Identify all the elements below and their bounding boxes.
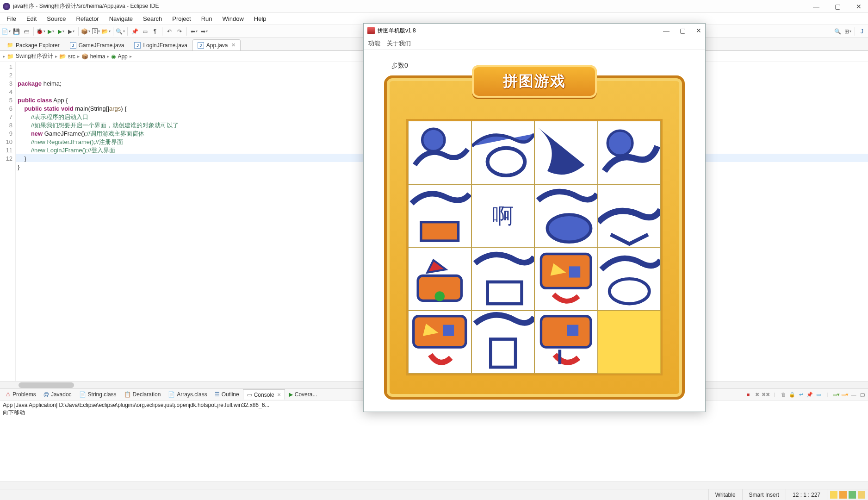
- menu-run[interactable]: Run: [197, 14, 217, 24]
- menu-refactor[interactable]: Refactor: [72, 14, 104, 24]
- clear-console-icon[interactable]: 🗑: [780, 391, 787, 398]
- forward-button[interactable]: ➡: [200, 27, 208, 36]
- menu-navigate[interactable]: Navigate: [105, 14, 137, 24]
- scroll-lock-icon[interactable]: 🔒: [788, 391, 796, 398]
- debug-button[interactable]: 🐞: [37, 27, 45, 36]
- terminate-icon[interactable]: ■: [744, 391, 752, 398]
- menu-search[interactable]: Search: [138, 14, 167, 24]
- search-button[interactable]: 🔍: [116, 27, 124, 36]
- svg-point-5: [547, 214, 591, 242]
- close-button[interactable]: ✕: [852, 3, 865, 10]
- tab-package-explorer[interactable]: 📁 Package Explorer: [2, 39, 65, 50]
- open-perspective-button[interactable]: ⊞: [843, 27, 852, 36]
- game-close-button[interactable]: ✕: [696, 27, 701, 34]
- next-annotation-button[interactable]: ↷: [175, 27, 184, 36]
- tab-javadoc[interactable]: @Javadoc: [40, 389, 75, 400]
- coverage-icon: ▶: [289, 391, 293, 398]
- coverage-button[interactable]: ▶: [57, 27, 65, 36]
- display-console-icon[interactable]: ▭: [815, 391, 822, 398]
- puzzle-tile[interactable]: [471, 247, 535, 311]
- tab-app[interactable]: J App.java ✕: [192, 39, 241, 50]
- tab-outline[interactable]: ☰Outline: [211, 389, 243, 400]
- toggle-block-button[interactable]: ▭: [141, 27, 149, 36]
- breadcrumb-class[interactable]: App: [118, 53, 127, 60]
- svg-rect-3: [421, 222, 459, 240]
- maximize-button[interactable]: ▢: [831, 3, 844, 10]
- search-icon[interactable]: 🔍: [833, 27, 842, 36]
- word-wrap-icon[interactable]: ↩: [797, 391, 805, 398]
- tab-console[interactable]: ▭Console✕: [243, 389, 285, 400]
- tab-arrays-class[interactable]: 📄Arrays.class: [164, 389, 211, 400]
- console-output[interactable]: App [Java Application] D:\Java\Eclipse\e…: [0, 400, 868, 481]
- run-button[interactable]: ▶: [47, 27, 55, 36]
- breadcrumb-project[interactable]: Swing程序设计: [16, 52, 53, 60]
- puzzle-tile[interactable]: [598, 184, 661, 248]
- new-class-button[interactable]: 🄲: [92, 27, 100, 36]
- toggle-mark-button[interactable]: 📌: [130, 27, 139, 36]
- puzzle-tile[interactable]: [534, 247, 598, 311]
- puzzle-empty-slot[interactable]: [598, 311, 661, 374]
- game-menu-function[interactable]: 功能: [368, 39, 380, 48]
- puzzle-tile[interactable]: [534, 184, 598, 248]
- breadcrumb-src[interactable]: src: [68, 53, 75, 60]
- src-folder-icon: 📂: [59, 53, 66, 60]
- puzzle-tile[interactable]: [471, 311, 535, 374]
- tab-string-class[interactable]: 📄String.class: [75, 389, 120, 400]
- scrollbar-thumb[interactable]: [19, 382, 74, 388]
- new-button[interactable]: 📄: [2, 27, 10, 36]
- menu-window[interactable]: Window: [218, 14, 248, 24]
- save-all-button[interactable]: 🗃: [22, 27, 31, 36]
- menu-help[interactable]: Help: [249, 14, 271, 24]
- prev-annotation-button[interactable]: ↶: [165, 27, 174, 36]
- puzzle-tile[interactable]: [408, 184, 471, 248]
- close-tab-icon[interactable]: ✕: [277, 392, 281, 397]
- puzzle-tile[interactable]: 啊: [471, 184, 535, 248]
- maximize-view-icon[interactable]: ▢: [859, 391, 866, 398]
- tab-declaration[interactable]: 📋Declaration: [120, 389, 165, 400]
- line-number: 2: [0, 71, 12, 80]
- menu-project[interactable]: Project: [167, 14, 195, 24]
- puzzle-tile[interactable]: [534, 311, 598, 374]
- remove-all-icon[interactable]: ✖✖: [762, 391, 769, 398]
- back-button[interactable]: ⬅: [190, 27, 198, 36]
- status-icon[interactable]: [830, 491, 837, 499]
- minimize-view-icon[interactable]: —: [850, 391, 857, 398]
- close-tab-icon[interactable]: ✕: [231, 42, 236, 48]
- java-perspective-icon[interactable]: J: [858, 27, 866, 36]
- puzzle-tile[interactable]: [408, 247, 471, 311]
- tab-coverage[interactable]: ▶Covera...: [285, 389, 321, 400]
- menu-edit[interactable]: Edit: [22, 14, 41, 24]
- minimize-button[interactable]: —: [810, 3, 823, 10]
- new-console-icon[interactable]: ▭▾: [841, 391, 849, 398]
- puzzle-tile[interactable]: [598, 247, 661, 311]
- game-menu-about[interactable]: 关于我们: [387, 39, 411, 48]
- pin-console-icon[interactable]: 📌: [806, 391, 813, 398]
- status-icon[interactable]: [858, 491, 865, 499]
- tab-problems[interactable]: ⚠Problems: [2, 389, 40, 400]
- status-icon[interactable]: [849, 491, 856, 499]
- titlebar: java程序 - Swing程序设计/src/heima/App.java - …: [0, 0, 868, 13]
- tab-gamejframe[interactable]: J GameJFrame.java: [65, 39, 130, 50]
- tab-label: LoginJFrame.java: [143, 42, 187, 49]
- game-minimize-button[interactable]: —: [663, 27, 670, 34]
- line-number: 5: [0, 96, 12, 105]
- game-titlebar: 拼图单机版v1.8 — ▢ ✕: [364, 24, 705, 38]
- console-scrollbar[interactable]: [0, 481, 868, 489]
- game-maximize-button[interactable]: ▢: [680, 27, 686, 34]
- menu-file[interactable]: File: [2, 14, 21, 24]
- remove-launch-icon[interactable]: ✖: [753, 391, 761, 398]
- breadcrumb-package[interactable]: heima: [90, 53, 105, 60]
- game-app-icon: [367, 27, 375, 34]
- java-file-icon: J: [134, 42, 141, 49]
- show-whitespace-button[interactable]: ¶: [151, 27, 159, 36]
- menu-source[interactable]: Source: [42, 14, 70, 24]
- status-icon[interactable]: [839, 491, 847, 499]
- tab-loginjframe[interactable]: J LoginJFrame.java: [129, 39, 192, 50]
- save-button[interactable]: 💾: [12, 27, 20, 36]
- open-type-button[interactable]: 📂: [102, 27, 110, 36]
- status-writable: Writable: [708, 489, 742, 500]
- open-console-icon[interactable]: ▭▾: [832, 391, 840, 398]
- puzzle-tile[interactable]: [408, 311, 471, 374]
- run-last-button[interactable]: ▶: [67, 27, 75, 36]
- new-package-button[interactable]: 📦: [81, 27, 90, 36]
